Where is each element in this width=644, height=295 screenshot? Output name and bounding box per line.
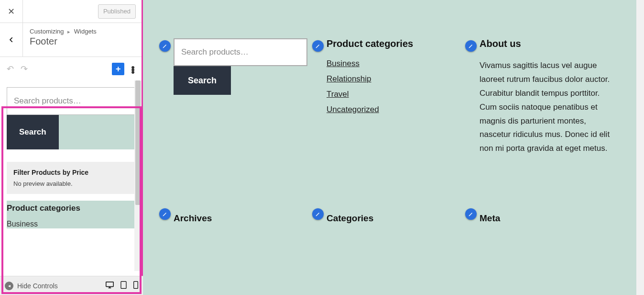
edit-widget-button[interactable] — [159, 208, 171, 220]
filter-title: Filter Products by Price — [13, 169, 128, 176]
edit-widget-button[interactable] — [312, 40, 324, 52]
more-options-button[interactable]: ••• — [131, 66, 135, 73]
category-links: Business Relationship Travel Uncategoriz… — [327, 59, 460, 114]
mobile-icon — [133, 281, 138, 289]
search-button[interactable]: Search — [174, 66, 231, 95]
footer-col-meta: Meta — [480, 213, 613, 224]
scrollbar-thumb[interactable] — [135, 80, 141, 205]
publish-button[interactable]: Published — [98, 4, 136, 19]
breadcrumb-leaf: Widgets — [74, 28, 97, 35]
tablet-icon — [120, 281, 127, 289]
footer-col-product-categories: Product categories Business Relationship… — [327, 38, 460, 156]
about-text: Vivamus sagittis lacus vel augue laoreet… — [480, 59, 613, 156]
edit-widget-button[interactable] — [465, 40, 477, 52]
sidebar-scrollbar[interactable] — [134, 80, 142, 271]
edit-widget-button[interactable] — [465, 208, 477, 220]
widget-product-categories[interactable]: Product categories Business — [7, 201, 135, 228]
pencil-icon — [162, 43, 168, 49]
page-scrollbar[interactable] — [636, 0, 644, 295]
sidebar-header: ✕ Published — [0, 0, 142, 23]
add-block-button[interactable]: + — [112, 63, 124, 75]
category-link[interactable]: Business — [327, 59, 460, 68]
edit-widget-button[interactable] — [312, 208, 324, 220]
sidebar-footer: ◂ Hide Controls — [0, 276, 143, 295]
category-link[interactable]: Relationship — [327, 74, 460, 84]
widget-heading: About us — [480, 38, 613, 49]
footer-col-search: Search — [174, 38, 307, 156]
mobile-preview-button[interactable] — [133, 281, 138, 290]
pencil-icon — [315, 211, 321, 217]
back-button[interactable] — [0, 23, 23, 57]
widget-heading: Product categories — [327, 38, 460, 49]
widget-search[interactable]: Search — [7, 87, 135, 149]
pencil-icon — [468, 211, 474, 217]
tablet-preview-button[interactable] — [120, 281, 127, 290]
collapse-sidebar-button[interactable]: ◂ — [5, 282, 13, 290]
svg-rect-0 — [106, 282, 113, 287]
chevron-left-icon — [8, 36, 15, 43]
svg-rect-1 — [121, 282, 126, 289]
pencil-icon — [315, 43, 321, 49]
list-item: Business — [7, 215, 135, 228]
search-form — [174, 38, 307, 66]
footer-col-about-us: About us Vivamus sagittis lacus vel augu… — [480, 38, 613, 156]
undo-button[interactable]: ↶ — [7, 64, 14, 74]
site-preview: Search Product categories Business Relat… — [143, 0, 644, 295]
widget-editor: Search Filter Products by Price No previ… — [0, 80, 142, 271]
desktop-icon — [106, 282, 114, 288]
search-input[interactable] — [7, 88, 134, 114]
breadcrumb-separator: ▸ — [67, 29, 70, 34]
panel-title: Footer — [30, 36, 97, 47]
breadcrumb-root: Customizing — [30, 28, 64, 35]
desktop-preview-button[interactable] — [106, 282, 114, 290]
customizer-sidebar: ✕ Published Customizing ▸ Widgets Footer… — [0, 0, 143, 295]
footer-col-archives: Archives — [174, 213, 307, 224]
breadcrumb: Customizing ▸ Widgets — [30, 28, 97, 35]
breadcrumb-row: Customizing ▸ Widgets Footer — [0, 23, 142, 57]
category-link[interactable]: Travel — [327, 90, 460, 99]
filter-placeholder-message: No preview available. — [13, 180, 128, 187]
edit-widget-button[interactable] — [159, 40, 171, 52]
pencil-icon — [468, 43, 474, 49]
footer-col-categories: Categories — [327, 213, 460, 224]
redo-button[interactable]: ↷ — [21, 64, 28, 74]
editor-toolbar: ↶ ↷ + ••• — [0, 57, 142, 81]
svg-rect-2 — [134, 282, 138, 289]
widget-heading: Categories — [327, 213, 460, 224]
widget-heading: Product categories — [7, 202, 135, 215]
hide-controls-label[interactable]: Hide Controls — [17, 282, 58, 290]
search-input[interactable] — [175, 39, 306, 65]
category-link[interactable]: Uncategorized — [327, 105, 460, 114]
pencil-icon — [162, 211, 168, 217]
widget-heading: Archives — [174, 213, 307, 224]
widget-heading: Meta — [480, 213, 613, 224]
search-button[interactable]: Search — [7, 115, 59, 149]
widget-filter-price[interactable]: Filter Products by Price No preview avai… — [7, 162, 135, 194]
close-customizer-button[interactable]: ✕ — [0, 0, 23, 23]
